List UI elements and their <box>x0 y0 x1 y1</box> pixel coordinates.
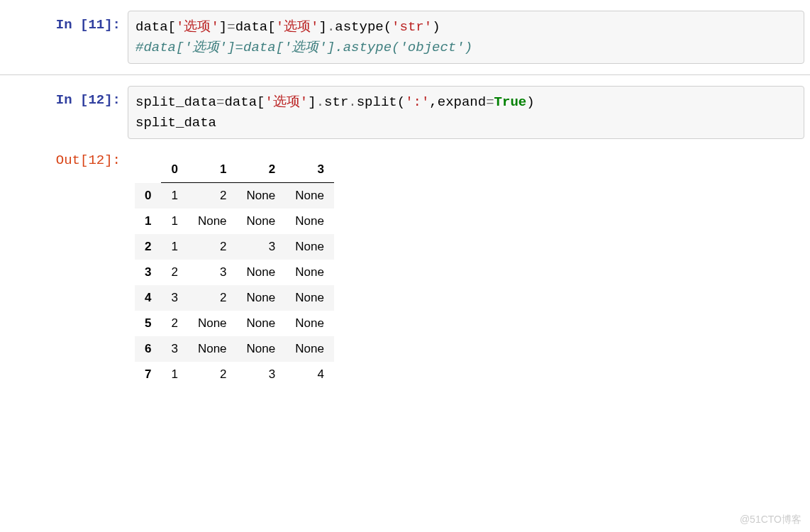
table-cell: 3 <box>161 285 187 311</box>
output-cell-12: Out[12]: 0 1 2 3 0 1 2 None None <box>0 143 810 391</box>
table-corner <box>135 157 161 183</box>
table-row: 4 3 2 None None <box>135 285 334 311</box>
code-token: str <box>324 94 348 110</box>
code-token: data[ <box>235 19 276 35</box>
code-token: ,expand <box>429 94 486 110</box>
code-input-12[interactable]: split_data=data['选项'].str.split(':',expa… <box>128 86 804 139</box>
cell-divider <box>0 74 810 75</box>
table-cell: None <box>285 285 334 311</box>
code-token: '选项' <box>276 19 319 35</box>
table-cell: None <box>188 336 237 362</box>
table-cell: None <box>237 209 286 234</box>
code-token: . <box>348 94 356 110</box>
code-cell-12: In [12]: split_data=data['选项'].str.split… <box>0 82 810 143</box>
prompt-label: In [12]: <box>56 92 121 108</box>
input-prompt-11: In [11]: <box>0 11 128 33</box>
code-token: data[ <box>135 19 176 35</box>
table-row: 6 3 None None None <box>135 336 334 362</box>
row-index: 5 <box>135 311 161 336</box>
table-cell: None <box>237 311 286 336</box>
table-cell: None <box>285 260 334 285</box>
output-area: 0 1 2 3 0 1 2 None None 1 1 None <box>128 146 810 387</box>
code-token: True <box>494 94 527 110</box>
code-token: '选项' <box>265 94 308 110</box>
row-index: 0 <box>135 183 161 209</box>
code-line: #data['选项']=data['选项'].astype('object') <box>135 38 797 58</box>
row-index: 1 <box>135 209 161 234</box>
table-row: 3 2 3 None None <box>135 260 334 285</box>
watermark: @51CTO博客 <box>740 514 801 526</box>
row-index: 3 <box>135 260 161 285</box>
table-cell: None <box>237 183 286 209</box>
table-cell: None <box>237 285 286 311</box>
table-cell: None <box>237 260 286 285</box>
code-token: data[ <box>224 94 265 110</box>
table-header-row: 0 1 2 3 <box>135 157 334 183</box>
code-token: '选项' <box>176 19 219 35</box>
column-header: 2 <box>237 157 286 183</box>
table-cell: 3 <box>161 336 187 362</box>
row-index: 4 <box>135 285 161 311</box>
column-header: 3 <box>285 157 334 183</box>
column-header: 1 <box>188 157 237 183</box>
code-token: . <box>316 94 324 110</box>
table-row: 0 1 2 None None <box>135 183 334 209</box>
table-cell: None <box>285 183 334 209</box>
table-cell: 2 <box>188 362 237 387</box>
code-token: split( <box>357 94 405 110</box>
table-cell: 2 <box>161 311 187 336</box>
output-prompt-12: Out[12]: <box>0 146 128 168</box>
table-cell: 3 <box>237 362 286 387</box>
table-cell: 2 <box>161 260 187 285</box>
table-cell: 2 <box>188 183 237 209</box>
code-token: 'str' <box>392 19 432 35</box>
prompt-label: In [11]: <box>56 17 121 33</box>
table-cell: 3 <box>237 234 286 260</box>
table-cell: None <box>285 336 334 362</box>
row-index: 6 <box>135 336 161 362</box>
prompt-label: Out[12]: <box>56 153 121 168</box>
code-token: astype( <box>335 19 392 35</box>
code-token: = <box>486 94 494 110</box>
table-cell: None <box>237 336 286 362</box>
code-token: . <box>327 19 335 35</box>
code-token: ] <box>318 19 326 35</box>
table-cell: 1 <box>161 183 187 209</box>
code-comment: #data['选项']=data['选项'].astype('object') <box>135 40 472 55</box>
table-cell: 2 <box>188 285 237 311</box>
table-cell: 1 <box>161 234 187 260</box>
code-line: split_data=data['选项'].str.split(':',expa… <box>135 92 797 113</box>
table-row: 1 1 None None None <box>135 209 334 234</box>
code-token: ) <box>526 94 534 110</box>
code-line: data['选项']=data['选项'].astype('str') <box>135 17 797 38</box>
table-cell: None <box>285 234 334 260</box>
table-cell: None <box>285 209 334 234</box>
code-token: split_data <box>135 94 216 110</box>
code-line: split_data <box>135 113 797 133</box>
table-cell: None <box>188 311 237 336</box>
table-cell: 4 <box>285 362 334 387</box>
code-token: ] <box>308 94 316 110</box>
code-token: = <box>227 19 235 35</box>
table-row: 5 2 None None None <box>135 311 334 336</box>
code-token: ) <box>432 19 440 35</box>
table-row: 2 1 2 3 None <box>135 234 334 260</box>
table-cell: 3 <box>188 260 237 285</box>
code-cell-11: In [11]: data['选项']=data['选项'].astype('s… <box>0 0 810 67</box>
table-row: 7 1 2 3 4 <box>135 362 334 387</box>
dataframe-table: 0 1 2 3 0 1 2 None None 1 1 None <box>135 157 334 387</box>
code-token: ] <box>219 19 227 35</box>
input-prompt-12: In [12]: <box>0 86 128 108</box>
code-token: ':' <box>405 94 429 110</box>
code-input-11[interactable]: data['选项']=data['选项'].astype('str') #dat… <box>128 11 804 64</box>
table-cell: 1 <box>161 362 187 387</box>
row-index: 2 <box>135 234 161 260</box>
table-cell: 2 <box>188 234 237 260</box>
table-cell: None <box>285 311 334 336</box>
table-cell: None <box>188 209 237 234</box>
code-token: = <box>216 94 224 110</box>
column-header: 0 <box>161 157 187 183</box>
code-token: split_data <box>135 115 216 131</box>
row-index: 7 <box>135 362 161 387</box>
table-cell: 1 <box>161 209 187 234</box>
